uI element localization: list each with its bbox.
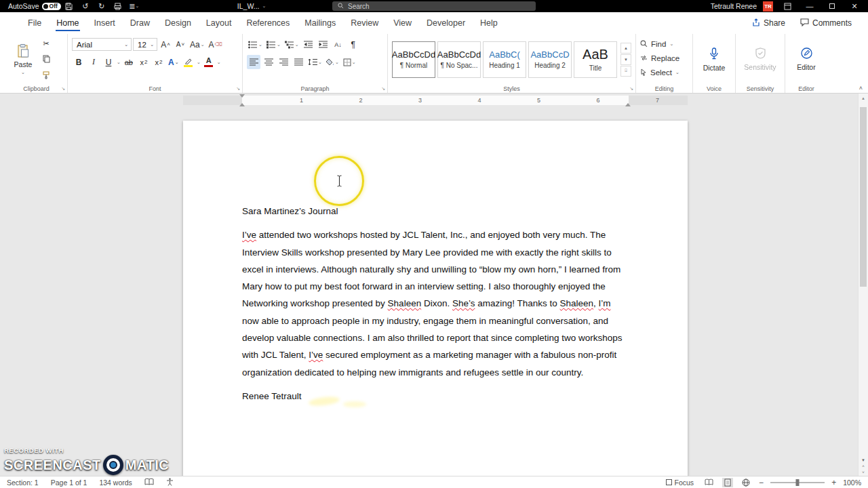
italic-button[interactable]: I — [87, 55, 100, 69]
next-page-icon[interactable]: ˅ — [862, 470, 865, 474]
bold-button[interactable]: B — [72, 55, 85, 69]
style-heading-2[interactable]: AaBbCcD Heading 2 — [528, 41, 572, 78]
styles-scroll-up-icon[interactable]: ▲ — [620, 43, 631, 54]
print-layout-button[interactable] — [722, 478, 733, 487]
comments-button[interactable]: Comments — [795, 16, 857, 31]
tab-view[interactable]: View — [386, 13, 419, 33]
text-effects-button[interactable]: A⌄ — [167, 55, 180, 69]
chevron-down-icon[interactable]: ⌄ — [117, 60, 121, 65]
format-painter-button[interactable] — [39, 68, 53, 82]
document-page[interactable]: Sara Martinez’s Journal I’ve attended tw… — [183, 121, 688, 476]
scroll-down-icon[interactable]: ▼ — [861, 458, 865, 462]
search-box[interactable] — [332, 1, 536, 11]
font-dialog-launcher[interactable]: ↘ — [236, 86, 240, 92]
autosave-switch[interactable]: Off — [42, 3, 61, 10]
clear-formatting-button[interactable]: A⌫ — [208, 37, 224, 52]
autosave-toggle[interactable]: AutoSave Off — [0, 2, 61, 10]
restore-icon[interactable] — [824, 0, 840, 12]
search-input[interactable] — [348, 3, 530, 10]
shading-button[interactable]: ⌄ — [325, 55, 340, 69]
grow-font-button[interactable]: A˄ — [159, 37, 172, 52]
styles-scroll-down-icon[interactable]: ▼ — [620, 54, 631, 65]
zoom-out-button[interactable]: − — [759, 478, 764, 487]
underline-button[interactable]: U — [102, 55, 115, 69]
tab-review[interactable]: Review — [343, 13, 386, 33]
styles-dialog-launcher[interactable]: ↘ — [629, 86, 633, 92]
scroll-up-icon[interactable]: ▲ — [859, 96, 868, 100]
font-color-button[interactable]: A — [202, 55, 216, 69]
accessibility-icon[interactable] — [166, 478, 174, 487]
bullets-button[interactable]: ⌄ — [247, 37, 264, 52]
document-heading[interactable]: Sara Martinez’s Journal — [242, 203, 629, 220]
align-center-button[interactable] — [262, 55, 275, 69]
paragraph-dialog-launcher[interactable]: ↘ — [381, 86, 385, 92]
align-left-button[interactable] — [247, 55, 260, 69]
highlight-color-button[interactable] — [182, 55, 195, 69]
zoom-in-button[interactable]: + — [831, 478, 836, 487]
read-mode-button[interactable] — [703, 478, 715, 487]
word-count[interactable]: 134 words — [99, 479, 132, 487]
tab-design[interactable]: Design — [157, 13, 199, 33]
paste-button[interactable]: Paste ⌄ — [9, 37, 37, 82]
focus-mode-button[interactable]: Focus — [664, 478, 696, 487]
find-button[interactable]: Find⌄ — [640, 37, 679, 50]
subscript-button[interactable]: x2 — [137, 55, 151, 69]
tab-home[interactable]: Home — [49, 13, 86, 33]
collapse-ribbon-icon[interactable]: ˄ — [859, 85, 863, 92]
journal-paragraph[interactable]: I’ve attended two workshops hosted by JC… — [242, 226, 629, 381]
tab-developer[interactable]: Developer — [419, 13, 473, 33]
spelling-check-icon[interactable] — [144, 478, 154, 487]
styles-gallery-more-icon[interactable]: ⍗ — [620, 66, 631, 77]
section-indicator[interactable]: Section: 1 — [7, 479, 39, 487]
show-hide-pilcrow-button[interactable]: ¶ — [347, 37, 360, 52]
web-layout-button[interactable] — [740, 478, 752, 487]
avatar[interactable]: TR — [763, 1, 773, 12]
zoom-slider[interactable] — [770, 482, 825, 483]
undo-icon[interactable]: ↺ — [77, 0, 94, 12]
decrease-indent-button[interactable] — [302, 37, 315, 52]
horizontal-ruler[interactable]: 1 2 3 4 5 6 7 — [0, 94, 858, 107]
sort-button[interactable]: A↓ — [332, 37, 345, 52]
previous-page-icon[interactable]: ˄ — [862, 464, 865, 468]
right-indent-marker[interactable] — [625, 103, 631, 106]
vertical-scrollbar[interactable]: ▲ ▼ ˄ ˅ — [858, 94, 868, 476]
chevron-down-icon[interactable]: ⌄ — [217, 60, 221, 65]
borders-button[interactable]: ⌄ — [342, 55, 357, 69]
justify-button[interactable] — [292, 55, 305, 69]
quick-print-icon[interactable] — [110, 0, 126, 12]
editor-button[interactable]: Editor — [789, 37, 823, 82]
change-case-button[interactable]: Aa⌄ — [189, 37, 206, 52]
close-icon[interactable]: ✕ — [846, 0, 863, 12]
select-button[interactable]: Select⌄ — [640, 66, 679, 79]
shrink-font-button[interactable]: A˅ — [174, 37, 187, 52]
style-heading-1[interactable]: AaBbC( Heading 1 — [483, 41, 526, 78]
cut-button[interactable]: ✂ — [39, 37, 53, 50]
redo-icon[interactable]: ↻ — [94, 0, 110, 12]
multilevel-list-button[interactable]: ⌄ — [283, 37, 300, 52]
tab-references[interactable]: References — [239, 13, 297, 33]
hanging-indent-marker[interactable] — [239, 103, 245, 106]
signature-line[interactable]: Renee Tetrault — [242, 388, 629, 405]
tab-insert[interactable]: Insert — [87, 13, 123, 33]
dictate-button[interactable]: Dictate — [697, 37, 731, 82]
ribbon-display-options-icon[interactable] — [779, 0, 795, 12]
tab-mailings[interactable]: Mailings — [297, 13, 343, 33]
line-spacing-button[interactable]: ⌄ — [307, 55, 323, 69]
tab-help[interactable]: Help — [473, 13, 505, 33]
font-size-select[interactable]: 12⌄ — [133, 38, 157, 51]
tab-layout[interactable]: Layout — [199, 13, 239, 33]
document-title[interactable]: IL_W... ⌄ — [237, 2, 267, 10]
scrollbar-thumb[interactable] — [860, 107, 867, 287]
tab-file[interactable]: File — [20, 13, 49, 33]
increase-indent-button[interactable] — [317, 37, 330, 52]
customize-quick-access-icon[interactable]: ≣⌄ — [126, 0, 142, 12]
style-no-spacing[interactable]: AaBbCcDd ¶ No Spac... — [437, 41, 481, 78]
numbering-button[interactable]: ⌄ — [265, 37, 282, 52]
clipboard-dialog-launcher[interactable]: ↘ — [61, 86, 65, 92]
share-button[interactable]: Share — [747, 16, 791, 31]
minimize-icon[interactable]: — — [802, 0, 818, 12]
style-normal[interactable]: AaBbCcDd ¶ Normal — [392, 41, 435, 78]
style-title[interactable]: AaB Title — [574, 41, 617, 78]
tab-draw[interactable]: Draw — [123, 13, 157, 33]
replace-button[interactable]: Replace — [640, 52, 679, 64]
